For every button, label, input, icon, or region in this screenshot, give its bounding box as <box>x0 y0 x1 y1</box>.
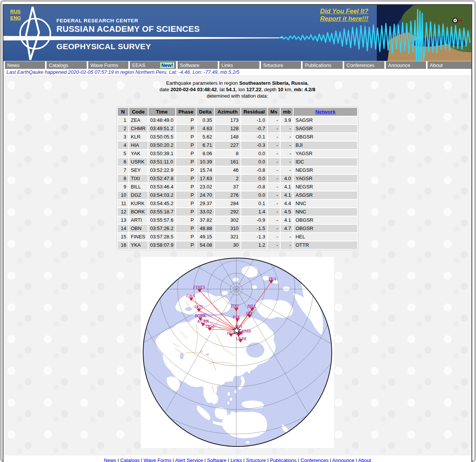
table-cell: 4.1 <box>281 183 293 191</box>
table-cell: CHMR <box>129 125 148 132</box>
table-cell: 7 <box>118 166 128 174</box>
station-label-kurk: KURK <box>197 319 209 324</box>
nav-item-publications[interactable]: Publications <box>301 61 343 69</box>
table-cell: 03:54:03.2 <box>148 191 175 199</box>
table-cell: 5.62 <box>197 133 214 141</box>
table-cell: P <box>176 233 196 241</box>
network-column-link[interactable]: Network <box>315 109 336 115</box>
nav-item-catalogs[interactable]: Catalogs <box>45 61 87 69</box>
did-you-feel-it-link[interactable]: Did You Feel It? Report it here!!! <box>297 8 392 23</box>
nav-item-srtucture[interactable]: Srtucture <box>259 61 301 69</box>
station-label-hia: HIA <box>226 331 234 335</box>
footer-link-news[interactable]: News <box>104 457 116 462</box>
table-cell: YAGSR <box>293 175 357 182</box>
station-map: YKAFINESOBNARTIBORKKURKDGZTIXIBILLSEYYAK… <box>141 257 334 448</box>
footer-link-links[interactable]: Links <box>231 457 242 462</box>
lang-link-rus[interactable]: RUS <box>10 8 21 15</box>
station-label-yka: YKA <box>268 277 276 281</box>
nav-item-wave-forms[interactable]: Wave Forms <box>87 61 128 69</box>
table-row: 1ZEA03:48:49.0P0.35173-1.0-3.9SAGSR <box>118 117 357 124</box>
footer-link-announce[interactable]: Announce <box>332 457 354 462</box>
footer-link-about[interactable]: About <box>358 457 371 462</box>
table-cell: 4.63 <box>197 125 214 132</box>
footer-link-srtucture[interactable]: Srtucture <box>246 457 266 462</box>
table-cell: 03:50:39.1 <box>148 150 175 157</box>
table-row: 10DGZ03:54:03.2P24.702760.0-4.1ASGSR <box>118 191 357 199</box>
table-cell: P <box>176 225 196 232</box>
table-cell: 4.1 <box>281 216 293 224</box>
table-cell: 0.0 <box>241 150 267 157</box>
table-cell: 15.74 <box>197 166 214 174</box>
lang-link-eng[interactable]: ENG <box>10 15 21 21</box>
table-cell: SEY <box>129 166 148 174</box>
nav-item-about[interactable]: About <box>426 61 471 69</box>
footer-link-publications[interactable]: Publications <box>270 457 297 462</box>
station-label-dgz: DGZ <box>205 324 215 328</box>
nav-item-label: Catalogs <box>49 62 68 68</box>
nav-item-news[interactable]: News <box>3 61 45 69</box>
station-label-obn: OBN <box>186 294 195 298</box>
table-cell: 148 <box>215 133 240 141</box>
table-cell: 302 <box>215 216 240 224</box>
table-cell: 24.70 <box>197 191 214 199</box>
table-cell: 4.1 <box>281 191 293 199</box>
table-row: 5YAK03:50:39.1P8.0680.0--YAGSR <box>118 150 357 157</box>
table-cell: 03:48:49.0 <box>148 117 175 124</box>
footer-links: News | Catalogs | Wave Forms | Alert Ser… <box>3 457 471 462</box>
table-row: 12BORK03:55:18.7P33.022921.4-4.5NNC <box>118 208 357 216</box>
column-header-azimuth: Azimuth <box>215 108 240 116</box>
footer-link-wave-forms[interactable]: Wave Forms <box>144 457 171 462</box>
column-header-code: Code <box>129 108 148 116</box>
table-cell: KLR <box>129 133 148 141</box>
table-cell: NEGSR <box>293 166 357 174</box>
station-label-arti: ARTI <box>193 305 203 309</box>
table-cell: P <box>176 175 196 182</box>
table-cell: 9 <box>118 183 128 191</box>
nav-item-announce[interactable]: Announce <box>384 61 426 69</box>
table-cell: SAGSR <box>293 125 357 132</box>
station-label-sey: SEY <box>246 311 254 316</box>
table-row: 4HIA03:50:20.2P6.71227-0.3--BJI <box>118 142 357 149</box>
site-footer: News | Catalogs | Wave Forms | Alert Ser… <box>3 456 471 462</box>
event-lat: 54.1 <box>226 87 236 92</box>
table-cell: 4 <box>118 142 128 149</box>
table-cell: 4.5 <box>281 208 293 216</box>
table-cell: - <box>281 150 293 157</box>
table-cell: -0.8 <box>241 166 267 174</box>
nav-item-label: Links <box>222 62 233 68</box>
station-label-zea: ZEA <box>234 324 242 329</box>
nav-item-label: About <box>430 62 443 68</box>
footer-link-catalogs[interactable]: Catalogs <box>120 457 139 462</box>
table-cell: 03:52:47.8 <box>148 175 175 182</box>
table-cell: 6 <box>118 158 128 166</box>
footer-link-alert-service[interactable]: Alert Service <box>175 457 203 462</box>
main-content: Earthquake parameters in region Southeas… <box>3 76 471 456</box>
table-cell: -1.5 <box>241 225 267 232</box>
column-header-network[interactable]: Network <box>293 108 357 116</box>
table-cell: 284 <box>215 200 240 207</box>
table-cell: P <box>176 208 196 216</box>
table-cell: OBGSR <box>293 133 357 141</box>
table-cell: P <box>176 142 196 149</box>
nav-item-eeas[interactable]: EEASNew! <box>128 61 176 69</box>
table-cell: - <box>268 133 280 141</box>
table-cell: 2 <box>118 125 128 132</box>
table-cell: 03:55:57.6 <box>148 216 175 224</box>
station-label-yak: YAK <box>233 315 241 319</box>
nav-item-software[interactable]: Software <box>176 61 218 69</box>
table-cell: HIA <box>129 142 148 149</box>
nav-item-links[interactable]: Links <box>218 61 259 69</box>
table-cell: 292 <box>215 208 240 216</box>
table-cell: P <box>176 200 196 207</box>
summary-text: km, <box>283 87 294 92</box>
summary-text: Earthquake parameters in region <box>166 80 239 86</box>
nav-item-conferences[interactable]: Conferences <box>343 61 384 69</box>
table-cell: 310 <box>215 225 240 232</box>
footer-link-software[interactable]: Software <box>207 457 226 462</box>
event-summary: Earthquake parameters in region Southeas… <box>3 76 471 99</box>
table-cell: NEGSR <box>293 183 357 191</box>
footer-link-conferences[interactable]: Conferences <box>301 457 329 462</box>
table-cell: 0.1 <box>241 200 267 207</box>
table-cell: BILL <box>129 183 148 191</box>
new-badge: New! <box>160 62 174 68</box>
